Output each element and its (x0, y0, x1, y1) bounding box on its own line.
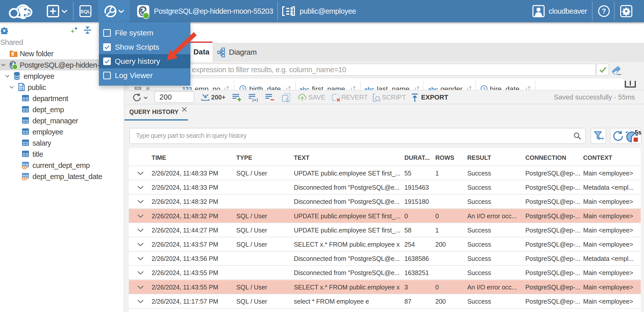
svg-text:?: ? (602, 7, 606, 15)
svg-text:(+): (+) (252, 97, 258, 102)
svg-text:5s: 5s (635, 129, 641, 136)
svg-text:SQL: SQL (80, 9, 90, 14)
